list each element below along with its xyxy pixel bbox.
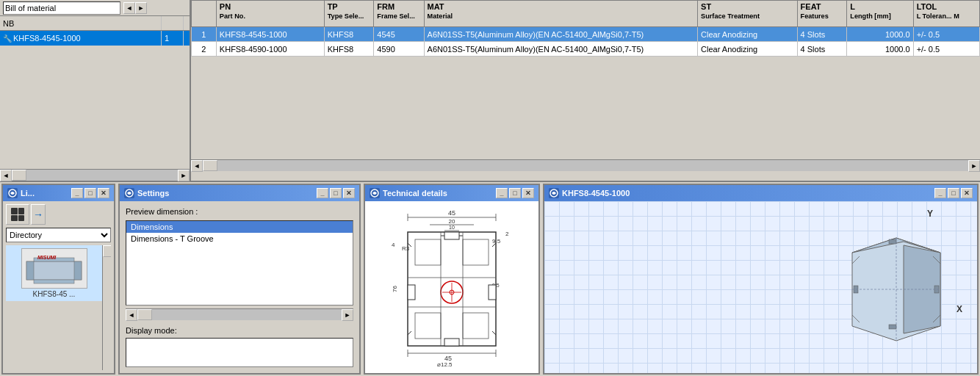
library-scroll-container: MISUMI KHFS8-45 ... [6,245,111,370]
view3d-icon [549,188,559,198]
technical-close-btn[interactable]: ✕ [522,188,534,198]
table-scroll-left[interactable]: ◄ [191,160,203,172]
cell-tp-1: KHFS8 [324,27,374,42]
th-frm: FRMFrame Sel... [374,1,424,27]
bom-scrollbar-h[interactable]: ◄ ► [0,169,190,181]
library-title: Li... [21,189,71,198]
bom-scroll-right[interactable]: ► [178,170,190,181]
cell-pn-2: KHFS8-4590-1000 [216,42,324,57]
settings-close-btn[interactable]: ✕ [343,188,355,198]
settings-list-item-1[interactable]: Dimensions - T Groove [126,233,353,245]
th-num [192,1,217,27]
cell-ltol-2: +/- 0.5 [913,42,979,57]
technical-maximize-btn[interactable]: □ [509,188,521,198]
display-mode-label: Display mode: [126,326,353,335]
beam-3d-svg [823,209,970,355]
svg-rect-33 [489,285,496,300]
svg-rect-40 [415,313,441,339]
library-close-btn[interactable]: ✕ [98,188,109,198]
settings-preview-label: Preview dimension : [126,207,353,216]
settings-maximize-btn[interactable]: □ [330,188,342,198]
technical-content: 45 20 10 9.5 2 R3 4 76 9.5 45 [365,201,538,373]
svg-text:10: 10 [449,225,455,230]
th-feat: FEATFeatures [797,1,847,27]
grid-icon [11,208,24,221]
settings-titlebar: Settings _ □ ✕ [120,185,359,201]
svg-text:4: 4 [392,242,395,248]
table-row-1[interactable]: 1 KHFS8-4545-1000 KHFS8 4545 A6N01SS-T5(… [192,27,980,42]
library-item-image-0: MISUMI [21,248,87,289]
cell-pn-1: KHFS8-4545-1000 [216,27,324,42]
settings-scroll-right[interactable]: ► [342,309,353,321]
directory-select[interactable]: Directory [6,228,111,242]
table-scroll-track[interactable] [203,160,968,171]
th-mat: MATMaterial [424,1,698,27]
bom-row[interactable]: 🔧 KHFS8-4545-1000 1 [0,31,190,46]
settings-icon [124,188,134,198]
cell-frm-2: 4590 [374,42,424,57]
bom-col-qty-header [162,16,184,30]
view3d-title: KHFS8-4545-1000 [562,189,934,198]
table-scrollbar-h[interactable]: ◄ ► [191,159,980,171]
library-items: MISUMI KHFS8-45 ... [6,245,102,370]
svg-text:⌀12.5: ⌀12.5 [437,361,453,368]
library-arrow-btn[interactable]: → [31,204,46,225]
library-minimize-btn[interactable]: _ [71,188,83,198]
th-l: LLength [mm] [847,1,913,27]
settings-scroll-left[interactable]: ◄ [126,309,137,321]
th-ltol: LTOLL Toleran... M [913,1,979,27]
settings-panel: Settings _ □ ✕ Preview dimension : Dimen… [118,184,361,375]
settings-minimize-btn[interactable]: _ [317,188,328,198]
technical-titlebar: Technical details _ □ ✕ [365,185,538,201]
settings-list-item-0[interactable]: Dimensions [126,221,353,233]
cell-frm-1: 4545 [374,27,424,42]
bom-scroll-left[interactable]: ◄ [0,170,12,181]
settings-scrollbar-h[interactable]: ◄ ► [126,308,353,320]
directory-dropdown: Directory [6,228,111,242]
cell-tp-2: KHFS8 [324,42,374,57]
main-table-section: PNPart No. TPType Sele... FRMFrame Sel..… [191,0,980,181]
svg-rect-41 [463,313,489,339]
svg-text:MISUMI: MISUMI [37,255,57,260]
svg-text:R3: R3 [402,245,410,252]
cell-num-2: 2 [192,42,217,57]
view3d-content[interactable]: Y X [544,201,977,373]
svg-rect-31 [444,339,459,346]
display-mode-list[interactable] [126,338,353,367]
settings-title: Settings [137,189,317,198]
settings-scroll-track[interactable] [137,309,342,320]
table-scroll-right[interactable]: ► [968,160,980,172]
library-maximize-btn[interactable]: □ [84,188,96,198]
svg-rect-28 [444,232,459,239]
bom-nav-next[interactable]: ► [135,2,147,14]
table-row-2[interactable]: 2 KHFS8-4590-1000 KHFS8 4590 A6N01SS-T5(… [192,42,980,57]
technical-minimize-btn[interactable]: _ [496,188,508,198]
svg-rect-38 [415,239,441,265]
view3d-minimize-btn[interactable]: _ [934,188,946,198]
cell-l-2: 1000.0 [847,42,913,57]
svg-text:20: 20 [449,218,455,225]
bom-nav-prev[interactable]: ◄ [123,2,135,14]
bom-scroll-track[interactable] [12,170,178,181]
view3d-close-btn[interactable]: ✕ [961,188,973,198]
svg-rect-52 [889,325,896,329]
svg-text:45: 45 [448,209,455,217]
bom-title-input[interactable] [3,1,120,15]
cell-st-1: Clear Anodizing [698,27,797,42]
library-item-label-0: KHFS8-45 ... [33,290,76,298]
cell-l-1: 1000.0 [847,27,913,42]
cell-feat-2: 4 Slots [797,42,847,57]
svg-text:9.5: 9.5 [492,238,501,245]
library-grid-btn[interactable] [6,204,29,225]
svg-rect-3 [34,280,74,283]
svg-text:2: 2 [505,231,509,237]
view3d-maximize-btn[interactable]: □ [948,188,959,198]
bom-cell-label: 🔧 KHFS8-4545-1000 [0,31,162,46]
library-item-0[interactable]: MISUMI KHFS8-45 ... [6,245,102,301]
cell-mat-2: A6N01SS-T5(Aluminum Alloy)(EN AC-51400_A… [424,42,698,57]
cell-ltol-1: +/- 0.5 [913,27,979,42]
svg-rect-32 [408,285,415,300]
library-scrollbar-v[interactable] [102,245,111,370]
settings-content: Preview dimension : Dimensions Dimension… [120,201,359,373]
svg-rect-51 [889,239,896,244]
